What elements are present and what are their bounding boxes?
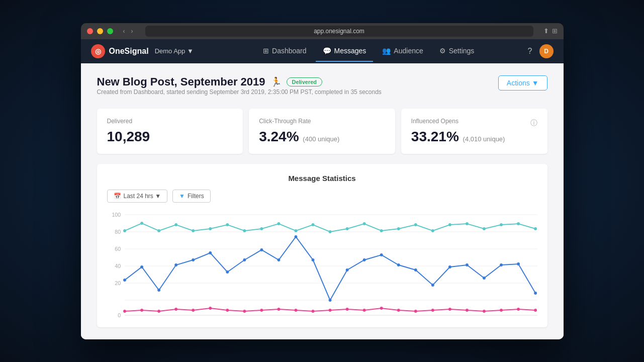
app-selector[interactable]: Demo App ▼ bbox=[155, 47, 194, 55]
svg-point-80 bbox=[414, 310, 417, 313]
influenced-header: Influenced Opens ⓘ bbox=[411, 118, 537, 129]
svg-point-34 bbox=[483, 227, 486, 230]
address-bar[interactable]: app.onesignal.com bbox=[145, 26, 533, 37]
svg-point-19 bbox=[226, 223, 229, 226]
stat-ctr: Click-Through Rate 3.24% (400 unique) bbox=[249, 109, 395, 154]
svg-point-15 bbox=[157, 229, 160, 232]
svg-point-70 bbox=[243, 310, 246, 313]
svg-point-83 bbox=[466, 309, 469, 312]
svg-point-41 bbox=[174, 263, 177, 266]
status-badge: Delivered bbox=[287, 77, 323, 86]
svg-point-69 bbox=[226, 309, 229, 312]
svg-point-25 bbox=[328, 230, 331, 233]
svg-point-13 bbox=[123, 229, 126, 232]
svg-point-86 bbox=[517, 308, 520, 311]
svg-point-81 bbox=[431, 309, 434, 312]
influenced-sub: (4,010 unique) bbox=[463, 135, 505, 143]
svg-point-68 bbox=[209, 307, 212, 310]
line-chart: 100 80 60 40 20 0 bbox=[107, 210, 537, 320]
chart-title: Message Statistics bbox=[107, 174, 537, 183]
svg-point-58 bbox=[466, 263, 469, 266]
svg-point-52 bbox=[362, 258, 365, 261]
svg-text:40: 40 bbox=[115, 262, 121, 268]
svg-point-48 bbox=[294, 235, 297, 238]
svg-point-78 bbox=[380, 307, 383, 310]
svg-point-75 bbox=[328, 309, 331, 312]
svg-point-42 bbox=[192, 258, 195, 261]
svg-point-67 bbox=[192, 309, 195, 312]
svg-point-46 bbox=[260, 248, 263, 251]
svg-point-57 bbox=[448, 265, 451, 268]
svg-point-55 bbox=[414, 268, 417, 272]
svg-point-87 bbox=[534, 309, 537, 312]
filters-button[interactable]: ▼ Filters bbox=[172, 190, 211, 203]
stat-delivered: Delivered 10,289 bbox=[97, 109, 243, 154]
nav-messages[interactable]: 💬 Messages bbox=[316, 41, 374, 62]
time-filter-button[interactable]: 📅 Last 24 hrs ▼ bbox=[107, 190, 168, 203]
app-logo: ◎ OneSignal bbox=[91, 44, 149, 58]
svg-point-54 bbox=[397, 263, 400, 266]
svg-point-65 bbox=[157, 310, 160, 313]
ctr-value: 3.24% (400 unique) bbox=[259, 129, 385, 145]
svg-point-16 bbox=[174, 223, 177, 226]
page-title-row: New Blog Post, September 2019 🏃 Delivere… bbox=[97, 75, 382, 88]
new-tab-icon[interactable]: ⊞ bbox=[552, 27, 558, 35]
svg-text:100: 100 bbox=[112, 211, 121, 217]
browser-window: ‹ › app.onesignal.com ⬆ ⊞ ◎ OneSignal De… bbox=[81, 23, 564, 339]
svg-point-74 bbox=[311, 310, 314, 313]
svg-point-32 bbox=[448, 223, 451, 226]
svg-point-84 bbox=[483, 310, 486, 313]
nav-dashboard[interactable]: ⊞ Dashboard bbox=[256, 41, 314, 62]
nav-dashboard-label: Dashboard bbox=[272, 47, 307, 55]
page-header: New Blog Post, September 2019 🏃 Delivere… bbox=[97, 75, 547, 106]
svg-point-36 bbox=[517, 222, 520, 225]
svg-point-33 bbox=[466, 222, 469, 225]
svg-point-61 bbox=[517, 262, 520, 265]
influenced-percent: 33.21% bbox=[411, 129, 459, 144]
nav-audience[interactable]: 👥 Audience bbox=[375, 41, 430, 62]
svg-point-45 bbox=[243, 258, 246, 261]
main-content: New Blog Post, September 2019 🏃 Delivere… bbox=[81, 63, 564, 339]
browser-nav: ‹ › bbox=[121, 27, 135, 36]
svg-point-40 bbox=[157, 289, 160, 292]
actions-button[interactable]: Actions ▼ bbox=[498, 75, 547, 90]
minimize-dot[interactable] bbox=[97, 28, 103, 34]
influenced-label: Influenced Opens bbox=[411, 118, 458, 125]
svg-point-38 bbox=[123, 279, 126, 282]
svg-point-31 bbox=[431, 229, 434, 232]
svg-point-44 bbox=[226, 270, 229, 274]
nav-audience-label: Audience bbox=[394, 47, 423, 55]
maximize-dot[interactable] bbox=[107, 28, 113, 34]
browser-toolbar: ⬆ ⊞ bbox=[543, 27, 558, 35]
calendar-icon: 📅 bbox=[114, 193, 121, 200]
svg-point-51 bbox=[345, 268, 348, 272]
svg-point-23 bbox=[294, 229, 297, 232]
chart-container: 100 80 60 40 20 0 bbox=[107, 210, 537, 322]
svg-text:0: 0 bbox=[118, 312, 121, 318]
share-icon[interactable]: ⬆ bbox=[543, 27, 549, 35]
avatar[interactable]: D bbox=[539, 44, 554, 58]
svg-point-30 bbox=[414, 223, 417, 226]
svg-point-43 bbox=[209, 251, 212, 254]
help-button[interactable]: ? bbox=[528, 47, 532, 56]
messages-icon: 💬 bbox=[323, 47, 331, 55]
svg-point-72 bbox=[277, 308, 280, 311]
nav-settings[interactable]: ⚙ Settings bbox=[432, 41, 482, 62]
url-text: app.onesignal.com bbox=[314, 28, 364, 35]
audience-icon: 👥 bbox=[382, 47, 391, 55]
svg-point-21 bbox=[260, 227, 263, 230]
svg-point-62 bbox=[534, 292, 537, 295]
close-dot[interactable] bbox=[87, 28, 93, 34]
browser-titlebar: ‹ › app.onesignal.com ⬆ ⊞ bbox=[81, 23, 564, 39]
settings-icon: ⚙ bbox=[439, 47, 446, 55]
logo-icon: ◎ bbox=[91, 44, 105, 58]
svg-point-73 bbox=[294, 309, 297, 312]
back-button[interactable]: ‹ bbox=[121, 27, 127, 36]
svg-text:60: 60 bbox=[115, 245, 121, 251]
svg-point-85 bbox=[500, 309, 503, 312]
runner-icon: 🏃 bbox=[270, 76, 282, 87]
help-icon[interactable]: ⓘ bbox=[530, 119, 537, 128]
svg-text:80: 80 bbox=[115, 228, 121, 234]
forward-button[interactable]: › bbox=[129, 27, 135, 36]
delivered-value: 10,289 bbox=[107, 129, 233, 145]
